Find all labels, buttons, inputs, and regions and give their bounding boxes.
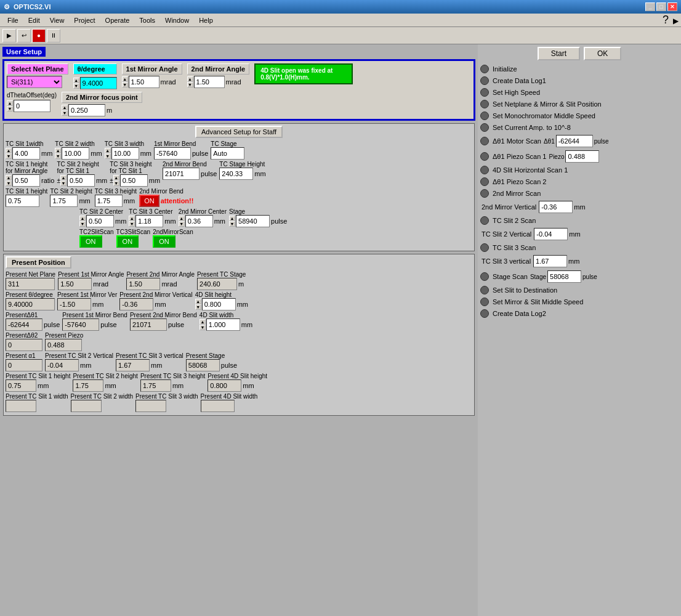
ss-led	[480, 272, 489, 281]
tc2-slit-scan-button[interactable]: ON	[79, 235, 102, 248]
s1hm-up[interactable]: ▲	[6, 175, 12, 180]
set-mono-led	[480, 111, 489, 120]
ts3v-value[interactable]	[533, 255, 567, 267]
theta-input[interactable]	[80, 77, 117, 89]
s3w-up[interactable]: ▲	[105, 148, 111, 153]
ts2v-value[interactable]	[534, 228, 568, 240]
mirror1-angle-input[interactable]	[129, 76, 159, 88]
present-2nd-mirror-angle-label: Present 2nd Mirror Angle	[126, 271, 195, 278]
s2w-up[interactable]: ▲	[55, 148, 61, 153]
tc-slit2-height-input[interactable]	[67, 174, 95, 187]
run-back-button[interactable]: ↩	[17, 29, 31, 43]
s2c-down[interactable]: ▼	[79, 221, 86, 227]
tc-slit3-center-input[interactable]	[135, 215, 163, 227]
net-plane-select[interactable]: Si(311)	[7, 76, 62, 88]
focus-up[interactable]: ▲	[62, 105, 68, 110]
slit4d-width-value[interactable]	[206, 318, 240, 331]
menu-window[interactable]: Window	[160, 15, 194, 25]
advanced-setup-button[interactable]: Advanced Setup for Staff	[195, 126, 283, 138]
tc-slit3-height-input[interactable]	[120, 174, 148, 187]
stg-up[interactable]: ▲	[229, 216, 235, 221]
tc-stage-input[interactable]	[211, 147, 244, 160]
s2h-down[interactable]: ▼	[60, 180, 66, 186]
m1-down[interactable]: ▼	[122, 82, 128, 87]
mirror2-attention-on-button[interactable]: ON	[139, 195, 159, 207]
mirror2-center-input[interactable]	[185, 215, 213, 227]
menu-tools[interactable]: Tools	[134, 15, 160, 25]
tc-slit1-width-input[interactable]	[12, 147, 40, 160]
theta-up-arrow[interactable]: ▲	[73, 78, 79, 83]
mirror2-bend-input[interactable]	[163, 168, 199, 180]
theta-down-arrow[interactable]: ▼	[73, 83, 79, 89]
present-4d-slit-width-label: Present 4D Slit width	[201, 393, 258, 400]
s1w-up[interactable]: ▲	[6, 148, 12, 153]
pts3h-unit: mm	[172, 382, 183, 389]
minimize-button[interactable]: _	[645, 2, 655, 11]
dtheta-up[interactable]: ▲	[7, 100, 13, 106]
dtheta-input[interactable]	[14, 100, 50, 112]
dtheta-down[interactable]: ▼	[7, 106, 13, 111]
s2c-up[interactable]: ▲	[79, 216, 86, 221]
s4w-down[interactable]: ▼	[199, 325, 206, 330]
d01ps1-value[interactable]	[565, 150, 599, 163]
tc-slit2-height-only-input[interactable]	[50, 195, 78, 207]
s3c-down[interactable]: ▼	[129, 221, 135, 227]
tc-stage-height-input[interactable]	[219, 168, 253, 180]
m2-up[interactable]: ▲	[187, 76, 193, 82]
m2c-down[interactable]: ▼	[179, 221, 185, 227]
mirror1-bend-input[interactable]	[154, 147, 191, 160]
s4w-up[interactable]: ▲	[199, 319, 206, 325]
tc-slit3-width-input[interactable]	[111, 147, 139, 160]
s3w-down[interactable]: ▼	[105, 153, 111, 159]
present-tc-slit2-ver-value	[45, 359, 79, 371]
tc3-slit-scan-button[interactable]: ON	[116, 235, 139, 248]
close-button[interactable]: ✕	[667, 2, 677, 11]
mirror2-scan-button[interactable]: ON	[153, 235, 175, 248]
ok-button[interactable]: OK	[584, 47, 621, 60]
d01ms-value[interactable]	[556, 135, 593, 147]
tc-slit2-width-input[interactable]	[62, 147, 89, 160]
menu-view[interactable]: View	[45, 15, 70, 25]
present-tc-stage-group: Present TC Stage m	[197, 271, 246, 290]
tc-slit2-center-input[interactable]	[86, 215, 114, 227]
s1w-down[interactable]: ▼	[6, 153, 12, 159]
m2c-up[interactable]: ▲	[179, 216, 185, 221]
mirror2-scan-label: 2ndMirrorScan	[153, 229, 193, 235]
d01ps1-led	[480, 152, 489, 161]
stg-down[interactable]: ▼	[229, 221, 235, 227]
tc-slit1-height-mirror-input[interactable]	[12, 174, 40, 187]
s1hm-down[interactable]: ▼	[6, 180, 12, 186]
ts3s-label: TC Slit 3 Scan	[493, 244, 536, 251]
pause-button[interactable]: ⏸	[47, 29, 60, 43]
help-icon[interactable]: ?	[663, 14, 669, 26]
s2w-down[interactable]: ▼	[55, 153, 61, 159]
menu-file[interactable]: File	[2, 15, 23, 25]
tc-slit2-width-label: TC Slit 2 width	[55, 140, 102, 147]
mirror2-angle-input[interactable]	[194, 76, 225, 88]
m2-down[interactable]: ▼	[187, 82, 193, 87]
menu-help[interactable]: Help	[194, 15, 218, 25]
menu-edit[interactable]: Edit	[23, 15, 45, 25]
focus-down[interactable]: ▼	[62, 110, 68, 116]
menu-project[interactable]: Project	[69, 15, 100, 25]
run-arrow-button[interactable]: ▶	[2, 29, 16, 43]
start-button[interactable]: Start	[538, 47, 580, 60]
slit4d-height-value[interactable]	[202, 298, 236, 310]
ss-value[interactable]	[547, 270, 581, 283]
tc-slit3-height-only-input[interactable]	[95, 195, 123, 207]
stage-input[interactable]	[236, 215, 270, 227]
stop-button[interactable]: ●	[32, 29, 46, 43]
arrow-icon[interactable]: ▶	[673, 17, 679, 25]
s4h-up[interactable]: ▲	[195, 299, 201, 304]
s3c-up[interactable]: ▲	[129, 216, 135, 221]
s4h-down[interactable]: ▼	[195, 304, 201, 310]
s3h-up[interactable]: ▲	[113, 175, 119, 180]
s3h-down[interactable]: ▼	[113, 180, 119, 186]
menu-operate[interactable]: Operate	[100, 15, 135, 25]
tc-slit1-height-only-input[interactable]	[6, 195, 39, 207]
m2v-value[interactable]	[539, 201, 573, 213]
m1-up[interactable]: ▲	[122, 76, 128, 82]
s2h-up[interactable]: ▲	[60, 175, 66, 180]
maximize-button[interactable]: □	[656, 2, 666, 11]
mirror2-focus-input[interactable]	[68, 104, 105, 116]
